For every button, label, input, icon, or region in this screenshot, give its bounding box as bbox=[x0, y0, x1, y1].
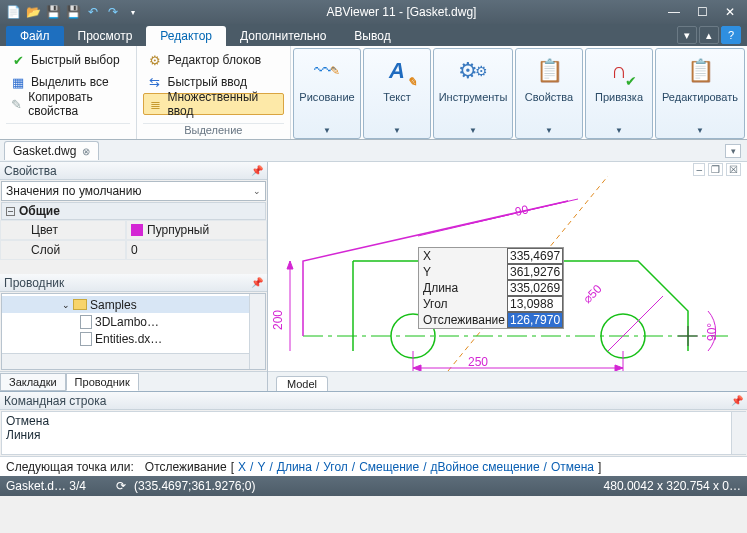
coord-val-y[interactable]: 361,9276 bbox=[507, 264, 563, 280]
status-icon[interactable]: ⟳ bbox=[116, 479, 126, 493]
pin-icon[interactable]: 📌 bbox=[251, 277, 263, 288]
menu-row: Файл Просмотр Редактор Дополнительно Выв… bbox=[0, 24, 747, 46]
scrollbar-horizontal[interactable] bbox=[2, 353, 249, 369]
cmd-link-x[interactable]: X bbox=[238, 460, 246, 474]
menu-output[interactable]: Вывод bbox=[340, 26, 404, 46]
explorer-tree[interactable]: ⌄Samples 3DLambo… Entities.dx… bbox=[1, 293, 266, 370]
coord-val-track[interactable]: 126,7970 bbox=[507, 312, 563, 328]
quick-select-label: Быстрый выбор bbox=[31, 53, 120, 67]
document-tab[interactable]: Gasket.dwg ⊗ bbox=[4, 141, 99, 160]
draw-button[interactable]: 〰✎ Рисование ▼ bbox=[293, 48, 361, 139]
new-icon[interactable]: 📄 bbox=[4, 3, 22, 21]
drawing-area-container: – ❐ ☒ bbox=[268, 162, 747, 391]
cmd-link-offset[interactable]: Смещение bbox=[359, 460, 419, 474]
undo-icon[interactable]: ↶ bbox=[84, 3, 102, 21]
svg-marker-12 bbox=[287, 261, 293, 269]
saveall-icon[interactable]: 💾 bbox=[64, 3, 82, 21]
model-tab-row: Model bbox=[268, 371, 747, 391]
arrows-icon: ⇆ bbox=[147, 74, 163, 90]
help-icon[interactable]: ? bbox=[721, 26, 741, 44]
clipboard-edit-icon: 📋 bbox=[684, 55, 716, 87]
collapse-ribbon-icon[interactable]: ▴ bbox=[699, 26, 719, 44]
chevron-down-icon: ▼ bbox=[393, 126, 401, 135]
text-button[interactable]: A✎ Текст ▼ bbox=[363, 48, 431, 139]
snap-button[interactable]: ∩✔ Привязка ▼ bbox=[585, 48, 653, 139]
collapse-icon[interactable]: – bbox=[6, 207, 15, 216]
maximize-button[interactable]: ☐ bbox=[689, 3, 715, 21]
color-swatch bbox=[131, 224, 143, 236]
block-editor-button[interactable]: ⚙ Редактор блоков bbox=[143, 49, 284, 71]
brush-icon: ✎ bbox=[10, 96, 23, 112]
file-icon bbox=[80, 332, 92, 346]
chevron-down-icon: ⌄ bbox=[253, 186, 261, 196]
multi-input-label: Множественный ввод bbox=[167, 90, 279, 118]
properties-category[interactable]: – Общие bbox=[1, 202, 266, 220]
tree-folder-samples[interactable]: ⌄Samples bbox=[2, 296, 265, 313]
svg-text:90°: 90° bbox=[705, 323, 719, 341]
coord-val-angle[interactable]: 13,0988 bbox=[507, 296, 563, 312]
quick-select-button[interactable]: ✔ Быстрый выбор bbox=[6, 49, 130, 71]
cmd-link-cancel[interactable]: Отмена bbox=[551, 460, 594, 474]
cmd-link-double-offset[interactable]: дВойное смещение bbox=[431, 460, 540, 474]
menu-editor[interactable]: Редактор bbox=[146, 26, 226, 46]
close-button[interactable]: ✕ bbox=[717, 3, 743, 21]
open-icon[interactable]: 📂 bbox=[24, 3, 42, 21]
redo-icon[interactable]: ↷ bbox=[104, 3, 122, 21]
cmd-link-y[interactable]: Y bbox=[257, 460, 265, 474]
cmd-link-angle[interactable]: Угол bbox=[323, 460, 348, 474]
title-bar: 📄 📂 💾 💾 ↶ ↷ ▾ ABViewer 11 - [Gasket.dwg]… bbox=[0, 0, 747, 24]
prop-val-layer[interactable]: 0 bbox=[126, 240, 267, 260]
file-icon bbox=[80, 315, 92, 329]
command-prompt[interactable]: Следующая точка или: Отслеживание [ X/ Y… bbox=[0, 456, 747, 476]
menu-view[interactable]: Просмотр bbox=[64, 26, 147, 46]
tools-button[interactable]: ⚙⚙ Инструменты ▼ bbox=[433, 48, 513, 139]
status-size: 480.0042 x 320.754 x 0… bbox=[604, 479, 741, 493]
command-pane: Командная строка 📌 Отмена Линия Следующа… bbox=[0, 391, 747, 476]
model-tab[interactable]: Model bbox=[276, 376, 328, 391]
coord-val-length[interactable]: 335,0269 bbox=[507, 280, 563, 296]
prop-val-color[interactable]: Пурпурный bbox=[126, 220, 267, 240]
gear-icon: ⚙ bbox=[147, 52, 163, 68]
coord-val-x[interactable]: 335,4697 bbox=[507, 248, 563, 264]
close-tab-icon[interactable]: ⊗ bbox=[82, 146, 90, 157]
pin-icon[interactable]: 📌 bbox=[731, 395, 743, 406]
menu-additional[interactable]: Дополнительно bbox=[226, 26, 340, 46]
command-history[interactable]: Отмена Линия bbox=[1, 411, 746, 455]
tree-file[interactable]: Entities.dx… bbox=[2, 330, 265, 347]
prop-row-layer[interactable]: Слой 0 bbox=[0, 240, 267, 260]
prop-row-color[interactable]: Цвет Пурпурный bbox=[0, 220, 267, 240]
workspace: Свойства 📌 Значения по умолчанию ⌄ – Общ… bbox=[0, 162, 747, 391]
copy-props-button[interactable]: ✎ Копировать свойства bbox=[6, 93, 130, 115]
tab-explorer[interactable]: Проводник bbox=[66, 373, 139, 391]
properties-button[interactable]: 📋 Свойства ▼ bbox=[515, 48, 583, 139]
mdi-close-icon[interactable]: ☒ bbox=[726, 163, 741, 176]
status-coords: (335.4697;361.9276;0) bbox=[134, 479, 255, 493]
folder-icon bbox=[73, 299, 87, 310]
history-line: Отмена bbox=[6, 414, 741, 428]
drawing-canvas[interactable]: 250 200 90 ⌀50 bbox=[268, 176, 747, 371]
edit-button[interactable]: 📋 Редактировать ▼ bbox=[655, 48, 745, 139]
pin-icon[interactable]: 📌 bbox=[251, 165, 263, 176]
properties-selector[interactable]: Значения по умолчанию ⌄ bbox=[1, 181, 266, 201]
status-left: Gasket.d… 3/4 bbox=[6, 479, 86, 493]
tab-bookmarks[interactable]: Закладки bbox=[0, 373, 66, 391]
tree-file[interactable]: 3DLambo… bbox=[2, 313, 265, 330]
scrollbar-vertical[interactable] bbox=[249, 294, 265, 369]
multi-input-button[interactable]: ≣ Множественный ввод bbox=[143, 93, 284, 115]
qat-dropdown-icon[interactable]: ▾ bbox=[124, 3, 142, 21]
mdi-buttons: – ❐ ☒ bbox=[268, 162, 747, 176]
cmd-link-length[interactable]: Длина bbox=[277, 460, 312, 474]
minimize-button[interactable]: — bbox=[661, 3, 687, 21]
scrollbar-vertical[interactable] bbox=[731, 412, 747, 454]
document-tab-label: Gasket.dwg bbox=[13, 144, 76, 158]
mdi-restore-icon[interactable]: ❐ bbox=[708, 163, 723, 176]
chevron-down-icon: ▼ bbox=[469, 126, 477, 135]
save-icon[interactable]: 💾 bbox=[44, 3, 62, 21]
tip-icon[interactable]: ▾ bbox=[677, 26, 697, 44]
mdi-min-icon[interactable]: – bbox=[693, 163, 705, 176]
collapse-panel-icon[interactable]: ▾ bbox=[725, 144, 741, 158]
menu-file[interactable]: Файл bbox=[6, 26, 64, 46]
text-icon: A✎ bbox=[381, 55, 413, 87]
svg-line-17 bbox=[638, 296, 663, 321]
select-all-label: Выделить все bbox=[31, 75, 109, 89]
